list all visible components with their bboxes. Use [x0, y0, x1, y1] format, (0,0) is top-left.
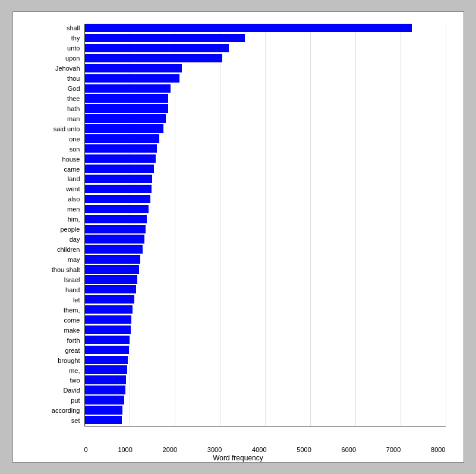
y-axis-labels: shallthyuntouponJehovahthouGodtheehathma…	[13, 24, 83, 426]
x-tick-label: 7000	[386, 446, 401, 453]
y-label: man	[67, 115, 80, 122]
bar	[85, 305, 133, 314]
bar	[85, 326, 131, 334]
y-label: them,	[64, 306, 80, 314]
bar	[85, 44, 229, 52]
chart-container: shallthyuntouponJehovahthouGodtheehathma…	[12, 11, 464, 463]
bar-row	[85, 265, 446, 273]
y-label: thy	[71, 34, 80, 42]
bar-row	[85, 295, 446, 304]
y-label: also	[68, 195, 80, 203]
bar	[85, 64, 182, 72]
bar-row	[85, 245, 446, 253]
bar-row	[85, 406, 446, 414]
bar	[85, 265, 139, 273]
bar-row	[85, 205, 446, 213]
bar	[85, 54, 222, 62]
bar-row	[85, 305, 446, 314]
bar-row	[85, 165, 446, 173]
y-label: came	[64, 166, 80, 173]
bar-row	[85, 94, 446, 102]
y-label: brought	[58, 357, 80, 364]
bar	[85, 104, 168, 112]
bar	[85, 175, 153, 183]
bar	[85, 385, 125, 394]
bar-row	[85, 114, 446, 122]
bar-row	[85, 104, 446, 112]
bar-row	[85, 175, 446, 183]
bar	[85, 205, 149, 213]
y-label: thee	[67, 95, 80, 102]
y-label: great	[65, 347, 80, 354]
bar-row	[85, 154, 446, 163]
bar	[85, 375, 127, 384]
y-label: forth	[67, 337, 80, 344]
bar	[85, 396, 124, 404]
bar-row	[85, 225, 446, 233]
bar-row	[85, 235, 446, 243]
y-label: make	[64, 327, 80, 334]
y-label: let	[73, 296, 80, 304]
bar-row	[85, 416, 446, 424]
bar	[85, 365, 127, 374]
x-tick-label: 2000	[163, 446, 177, 453]
bar-row	[85, 74, 446, 83]
bar-row	[85, 275, 446, 283]
y-label: put	[71, 397, 80, 404]
bar	[85, 24, 412, 32]
bar	[85, 154, 156, 163]
x-axis-title: Word frequency	[13, 454, 464, 462]
bar	[85, 235, 144, 243]
y-label: one	[69, 135, 80, 143]
y-label: thou shalt	[52, 266, 80, 273]
bar	[85, 336, 130, 344]
bar	[85, 94, 168, 102]
bar	[85, 255, 140, 263]
y-label: land	[68, 175, 80, 182]
bar-row	[85, 385, 446, 394]
x-tick-label: 6000	[342, 446, 356, 453]
bar-row	[85, 285, 446, 293]
bar-row	[85, 44, 446, 52]
bar	[85, 134, 159, 143]
bar-row	[85, 185, 446, 193]
bar-row	[85, 365, 446, 374]
chart-area	[84, 24, 446, 426]
bar	[85, 165, 154, 173]
bar-row	[85, 84, 446, 93]
bar-row	[85, 255, 446, 263]
bar-row	[85, 346, 446, 354]
grid-line	[446, 24, 446, 426]
bar-row	[85, 124, 446, 132]
y-label: thou	[67, 75, 80, 82]
y-label: according	[52, 407, 80, 414]
y-label: come	[64, 317, 80, 324]
bar-row	[85, 326, 446, 334]
bar	[85, 285, 136, 293]
bar-row	[85, 336, 446, 344]
bar	[85, 416, 122, 424]
y-label: unto	[67, 45, 80, 52]
bar	[85, 124, 164, 132]
y-label: hand	[65, 286, 80, 293]
bar-row	[85, 144, 446, 153]
bar	[85, 225, 146, 233]
bar	[85, 346, 129, 354]
bar	[85, 84, 171, 93]
bar-row	[85, 356, 446, 364]
y-label: shall	[67, 24, 80, 31]
bar-row	[85, 375, 446, 384]
bar	[85, 215, 147, 223]
y-label: him,	[68, 216, 80, 223]
bar	[85, 144, 157, 153]
x-tick-label: 8000	[431, 446, 445, 453]
y-label: God	[68, 85, 80, 92]
y-label: set	[71, 417, 80, 424]
y-label: men	[67, 206, 80, 213]
bar-row	[85, 315, 446, 324]
y-label: Israel	[64, 276, 80, 283]
x-tick-label: 5000	[297, 446, 311, 453]
y-label: son	[70, 146, 80, 153]
y-label: went	[66, 185, 80, 192]
x-tick-label: 4000	[252, 446, 266, 453]
